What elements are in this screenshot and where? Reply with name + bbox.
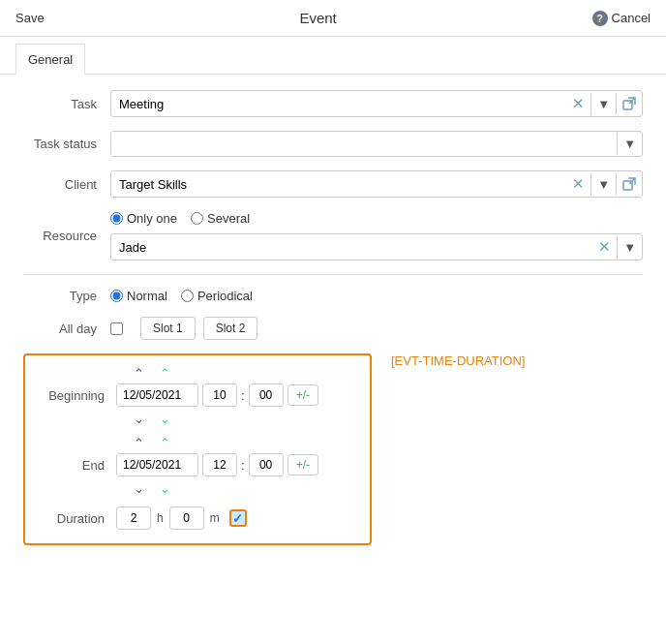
resource-several-label: Several <box>207 211 250 226</box>
task-row: Task ✕ ▼ <box>23 90 643 117</box>
help-icon: ? <box>592 11 608 26</box>
client-row: Client ✕ ▼ <box>23 170 643 198</box>
beginning-min-input[interactable] <box>249 383 284 407</box>
end-arrow-down-row: ⌄ ⌄ <box>130 480 174 497</box>
task-label: Task <box>23 97 110 111</box>
resource-label: Resource <box>23 229 110 243</box>
resource-several-option[interactable]: Several <box>191 211 250 226</box>
beginning-arrow-down-row: ⌄ ⌄ <box>130 411 174 427</box>
client-external-link-icon <box>622 177 636 191</box>
beginning-time-down-button[interactable]: ⌄ <box>156 411 174 427</box>
slot2-button[interactable]: Slot 2 <box>203 317 258 340</box>
evt-tag: [EVT-TIME-DURATION] <box>391 353 525 368</box>
task-field: ✕ ▼ <box>110 90 643 117</box>
beginning-colon: : <box>241 388 245 403</box>
end-label: End <box>39 458 116 473</box>
client-field: ✕ ▼ <box>110 170 643 198</box>
resource-field: Only one Several ✕ ▼ <box>110 211 643 261</box>
cancel-label: Cancel <box>612 11 651 25</box>
duration-row: Duration h m ✓ <box>39 506 356 530</box>
client-input[interactable] <box>111 172 566 197</box>
duration-h-input[interactable] <box>116 506 151 530</box>
resource-only-one-option[interactable]: Only one <box>110 211 177 226</box>
task-input-group: ✕ ▼ <box>110 90 643 117</box>
client-external-button[interactable] <box>616 173 642 195</box>
type-label: Type <box>23 289 110 303</box>
end-min-input[interactable] <box>249 453 284 476</box>
beginning-date-down-button[interactable]: ⌄ <box>130 411 148 427</box>
top-bar: Save Event ? Cancel <box>0 0 666 37</box>
task-status-input[interactable] <box>111 132 617 156</box>
end-date-up-button[interactable]: ⌃ <box>130 435 148 451</box>
resource-several-radio[interactable] <box>191 212 203 225</box>
end-date-down-button[interactable]: ⌄ <box>130 480 148 497</box>
beginning-date-input[interactable] <box>116 383 198 407</box>
datetime-area: ⌃ ⌃ Beginning : +/- ⌄ ⌄ <box>23 353 643 555</box>
end-inputs: : +/- <box>116 453 318 476</box>
tabs: General <box>0 37 666 75</box>
beginning-time-up-button[interactable]: ⌃ <box>156 365 174 382</box>
client-dropdown-button[interactable]: ▼ <box>590 173 616 196</box>
beginning-row: Beginning : +/- <box>39 383 356 407</box>
beginning-arrow-up-row: ⌃ ⌃ <box>130 365 174 382</box>
allday-checkbox[interactable] <box>110 322 123 335</box>
resource-input[interactable] <box>111 235 592 260</box>
allday-field: Slot 1 Slot 2 <box>110 317 643 340</box>
client-clear-button[interactable]: ✕ <box>566 171 590 197</box>
end-pm-button[interactable]: +/- <box>288 454 318 475</box>
allday-row: All day Slot 1 Slot 2 <box>23 317 643 340</box>
beginning-date-up-button[interactable]: ⌃ <box>130 365 148 382</box>
page-title: Event <box>299 10 336 26</box>
type-periodical-option[interactable]: Periodical <box>181 289 253 303</box>
duration-checkbox[interactable]: ✓ <box>229 509 247 527</box>
resource-only-one-label: Only one <box>127 211 177 226</box>
end-row: End : +/- <box>39 453 356 476</box>
resource-dropdown-button[interactable]: ▼ <box>617 236 642 259</box>
resource-row: Resource Only one Several ✕ ▼ <box>23 211 643 261</box>
slot1-button[interactable]: Slot 1 <box>140 317 196 340</box>
end-down-arrows: ⌄ ⌄ <box>130 480 356 497</box>
type-periodical-radio[interactable] <box>181 290 194 302</box>
type-periodical-label: Periodical <box>197 289 253 303</box>
divider-1 <box>23 274 643 275</box>
beginning-label: Beginning <box>39 388 116 403</box>
save-button[interactable]: Save <box>15 11 45 25</box>
client-label: Client <box>23 177 110 192</box>
resource-only-one-radio[interactable] <box>110 212 123 225</box>
end-date-input[interactable] <box>116 453 198 476</box>
resource-input-group: ✕ ▼ <box>110 233 643 261</box>
type-row: Type Normal Periodical <box>23 289 643 303</box>
tab-general[interactable]: General <box>15 44 85 75</box>
end-time-up-button[interactable]: ⌃ <box>156 435 174 451</box>
beginning-down-arrows: ⌄ ⌄ <box>130 411 356 427</box>
datetime-box: ⌃ ⌃ Beginning : +/- ⌄ ⌄ <box>23 353 372 545</box>
type-normal-radio[interactable] <box>110 290 123 302</box>
type-normal-label: Normal <box>127 289 167 303</box>
resource-clear-button[interactable]: ✕ <box>592 234 617 260</box>
duration-h-unit: h <box>157 511 164 525</box>
client-input-group: ✕ ▼ <box>110 170 643 198</box>
duration-checkbox-check: ✓ <box>232 511 243 526</box>
resource-radio-group: Only one Several <box>110 211 250 226</box>
beginning-hour-input[interactable] <box>202 383 237 407</box>
task-status-field: ▼ <box>110 131 643 157</box>
cancel-button[interactable]: ? Cancel <box>592 11 651 26</box>
beginning-up-arrows: ⌃ ⌃ <box>130 365 356 382</box>
type-radio-group: Normal Periodical <box>110 289 253 303</box>
task-input[interactable] <box>111 92 566 116</box>
task-external-button[interactable] <box>616 93 642 114</box>
end-hour-input[interactable] <box>202 453 237 476</box>
task-status-input-group: ▼ <box>110 131 643 157</box>
task-clear-button[interactable]: ✕ <box>566 91 590 116</box>
end-time-down-button[interactable]: ⌄ <box>156 480 174 497</box>
beginning-inputs: : +/- <box>116 383 318 407</box>
end-arrow-up-row: ⌃ ⌃ <box>130 435 174 451</box>
type-normal-option[interactable]: Normal <box>110 289 167 303</box>
task-status-row: Task status ▼ <box>23 131 643 157</box>
duration-m-input[interactable] <box>169 506 204 530</box>
task-dropdown-button[interactable]: ▼ <box>590 93 616 115</box>
beginning-pm-button[interactable]: +/- <box>288 384 318 406</box>
external-link-icon <box>622 97 636 110</box>
allday-label: All day <box>23 322 110 336</box>
task-status-dropdown-button[interactable]: ▼ <box>617 133 642 155</box>
